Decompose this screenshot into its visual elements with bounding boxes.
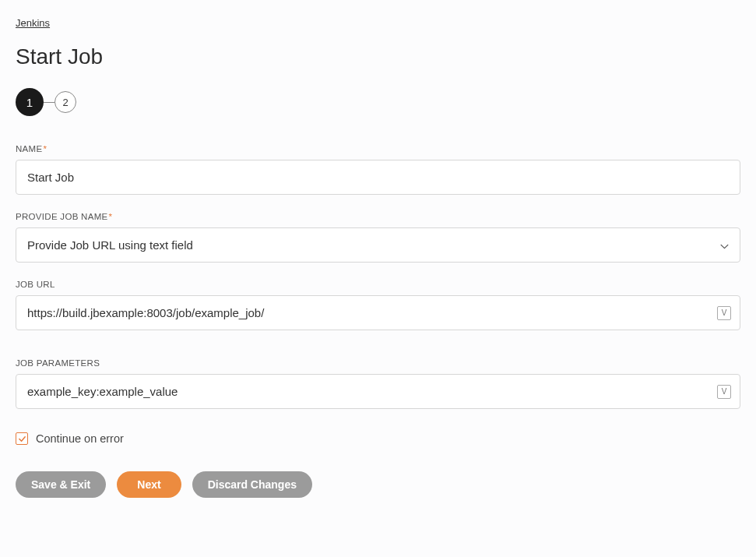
job-url-input[interactable] xyxy=(16,295,740,330)
step-1[interactable]: 1 xyxy=(16,88,44,116)
provide-job-name-select[interactable]: Provide Job URL using text field xyxy=(16,227,740,263)
breadcrumb-jenkins[interactable]: Jenkins xyxy=(16,17,50,29)
provide-job-name-value: Provide Job URL using text field xyxy=(27,238,720,252)
step-connector xyxy=(44,102,55,103)
step-2[interactable]: 2 xyxy=(55,91,76,113)
continue-on-error-checkbox[interactable] xyxy=(16,432,28,445)
save-exit-button[interactable]: Save & Exit xyxy=(16,471,106,498)
provide-job-name-label-text: PROVIDE JOB NAME xyxy=(16,212,108,221)
required-asterisk: * xyxy=(43,144,47,153)
name-label: NAME* xyxy=(16,144,740,153)
job-parameters-label: JOB PARAMETERS xyxy=(16,358,740,368)
provide-job-name-label: PROVIDE JOB NAME* xyxy=(16,212,740,221)
chevron-down-icon xyxy=(720,238,729,252)
name-label-text: NAME xyxy=(16,144,42,153)
variable-picker-icon[interactable]: V xyxy=(717,306,731,320)
stepper: 1 2 xyxy=(16,88,740,116)
discard-changes-button[interactable]: Discard Changes xyxy=(192,471,312,498)
required-asterisk: * xyxy=(109,212,113,221)
check-icon xyxy=(18,435,26,443)
page-title: Start Job xyxy=(16,44,740,69)
continue-on-error-label: Continue on error xyxy=(36,432,124,445)
next-button[interactable]: Next xyxy=(117,471,181,498)
variable-picker-icon[interactable]: V xyxy=(717,385,731,399)
name-input[interactable] xyxy=(16,160,740,195)
job-url-label: JOB URL xyxy=(16,280,740,289)
job-parameters-input[interactable] xyxy=(16,374,740,409)
